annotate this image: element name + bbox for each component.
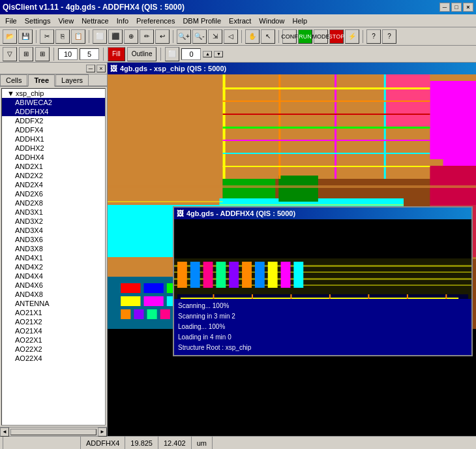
list-item[interactable]: AND3X2: [2, 217, 105, 226]
tb-zoom-fit-button[interactable]: ⇲: [208, 29, 222, 44]
tb-paste-button[interactable]: 📋: [71, 29, 85, 44]
scroll-thumb[interactable]: [10, 429, 97, 435]
horizontal-scrollbar[interactable]: ◄ ►: [0, 427, 107, 436]
list-item[interactable]: AND4X2: [2, 262, 105, 271]
list-item[interactable]: AND4X8: [2, 290, 105, 299]
tb-help2-button[interactable]: ?: [382, 29, 396, 44]
menu-dbm-profile[interactable]: DBM Profile: [179, 16, 225, 26]
list-item[interactable]: AND2X8: [2, 198, 105, 208]
tb-select-button[interactable]: ↖: [261, 29, 275, 44]
tb-grid2-button[interactable]: ⊞: [35, 47, 50, 61]
outline-field[interactable]: [181, 48, 201, 60]
minimize-button[interactable]: ─: [439, 3, 450, 12]
tb-undo-button[interactable]: ↩: [155, 29, 170, 44]
tb-save-button[interactable]: 💾: [18, 29, 33, 44]
tb-zoom-in-button[interactable]: 🔍+: [177, 29, 191, 44]
panel-close-button[interactable]: ×: [97, 65, 106, 72]
list-item[interactable]: ADDHX1: [2, 134, 105, 144]
tab-layers[interactable]: Layers: [55, 74, 89, 85]
panel-minimize-button[interactable]: ─: [86, 65, 95, 72]
status-cell-name: ADDFHX4: [81, 437, 125, 449]
tab-cells[interactable]: Cells: [0, 74, 27, 85]
menu-view[interactable]: View: [54, 16, 78, 26]
unit-label: um: [197, 439, 207, 447]
list-item[interactable]: AND2X1: [2, 162, 105, 171]
tb-cut-button[interactable]: ✂: [40, 29, 54, 44]
sub-window[interactable]: 🖼 4gb.gds - ADDFHX4 (QIS : 5000): [173, 206, 473, 356]
panel-titlebar: ─ ×: [0, 63, 107, 74]
svg-rect-10: [223, 179, 276, 198]
list-item[interactable]: ADDFX2: [2, 116, 105, 125]
list-item[interactable]: ANTENNA: [2, 299, 105, 308]
log-panel: Scanning... 100% Scanning in 3 min 2 Loa…: [174, 299, 471, 355]
list-item[interactable]: AO22X2: [2, 345, 105, 354]
status-unit: um: [192, 437, 213, 449]
tb-draw-button[interactable]: ✏: [140, 29, 154, 44]
list-item[interactable]: AO22X1: [2, 335, 105, 345]
list-item[interactable]: AO22X4: [2, 354, 105, 363]
tb-help-button[interactable]: ?: [366, 29, 381, 44]
close-button[interactable]: ×: [463, 3, 473, 12]
list-item[interactable]: ADDHX2: [2, 144, 105, 153]
menu-file[interactable]: File: [1, 16, 21, 26]
grid-field-1[interactable]: [58, 48, 78, 60]
list-item[interactable]: AO21X2: [2, 317, 105, 326]
list-item[interactable]: ADDFX4: [2, 125, 105, 134]
svg-rect-51: [242, 262, 252, 288]
list-item[interactable]: ADDHX4: [2, 153, 105, 162]
tb-filled-rect-button[interactable]: ⬛: [108, 29, 123, 44]
collapse-icon: ▼: [7, 89, 14, 97]
tb-open-button[interactable]: 📂: [3, 29, 17, 44]
list-item[interactable]: AND4X4: [2, 271, 105, 281]
list-item[interactable]: ABIWECA2: [2, 98, 105, 107]
menu-help[interactable]: Help: [288, 16, 311, 26]
list-item[interactable]: AND4X6: [2, 281, 105, 290]
menu-info[interactable]: Info: [113, 16, 132, 26]
tb-extra-button[interactable]: ⚡: [345, 29, 359, 44]
list-item[interactable]: AND3X1: [2, 208, 105, 217]
tree-root-item[interactable]: ▼ xsp_chip: [2, 89, 105, 98]
tb-zoom-out-button[interactable]: 🔍-: [192, 29, 207, 44]
tb-filter-icon[interactable]: ▽: [3, 47, 17, 61]
tb-circle-button[interactable]: ⊕: [124, 29, 138, 44]
tb-outline-button[interactable]: Outline: [127, 47, 157, 61]
tb-conf-button[interactable]: CONF: [282, 29, 297, 44]
tb-run-button[interactable]: RUN: [298, 29, 312, 44]
tb-field-up-button[interactable]: ▲: [203, 51, 212, 57]
tb-zoom-prev-button[interactable]: ◁: [224, 29, 238, 44]
maximize-button[interactable]: □: [451, 3, 462, 12]
svg-rect-50: [229, 262, 239, 288]
list-item[interactable]: AND3X6: [2, 235, 105, 244]
scroll-left-button[interactable]: ◄: [0, 427, 9, 437]
list-item[interactable]: AO21X1: [2, 308, 105, 317]
tb-mode-button[interactable]: MODE: [314, 29, 328, 44]
menu-extract[interactable]: Extract: [225, 16, 255, 26]
tb-grid-button[interactable]: ⊞: [19, 47, 33, 61]
menu-preferences[interactable]: Preferences: [132, 16, 179, 26]
list-item[interactable]: ADDFHX4: [2, 107, 105, 116]
svg-rect-14: [108, 185, 476, 188]
tb-stop-button[interactable]: STOP: [329, 29, 344, 44]
menu-settings[interactable]: Settings: [21, 16, 55, 26]
tree-list[interactable]: ▼ xsp_chip ABIWECA2 ADDFHX4 ADDFX2 ADDFX…: [1, 88, 106, 426]
tb-field-down-button[interactable]: ▼: [214, 51, 223, 57]
menu-nettrace[interactable]: Nettrace: [78, 16, 113, 26]
tb-copy-button[interactable]: ⎘: [55, 29, 70, 44]
list-item[interactable]: AND2X6: [2, 189, 105, 198]
list-item[interactable]: AND4X1: [2, 253, 105, 262]
list-item[interactable]: AND3X4: [2, 226, 105, 235]
canvas-area[interactable]: 🖼 4gb.gds - xsp_chip (QIS : 5000): [108, 63, 476, 436]
list-item[interactable]: AO21X4: [2, 326, 105, 335]
menu-window[interactable]: Window: [255, 16, 288, 26]
tb-rect-button[interactable]: ⬜: [93, 29, 107, 44]
list-item[interactable]: AND3X8: [2, 244, 105, 253]
tb-outline-icon[interactable]: ⬜: [165, 47, 179, 61]
grid-field-2[interactable]: [80, 48, 99, 60]
list-item[interactable]: AND2X2: [2, 171, 105, 180]
list-item[interactable]: AND2X4: [2, 180, 105, 189]
scroll-right-button[interactable]: ►: [98, 427, 107, 437]
tab-tree[interactable]: Tree: [28, 74, 55, 87]
sub-window-titlebar: 🖼 4gb.gds - ADDFHX4 (QIS : 5000): [174, 208, 471, 219]
tb-fill-button[interactable]: Fill: [108, 47, 125, 61]
tb-pan-button[interactable]: ✋: [245, 29, 260, 44]
